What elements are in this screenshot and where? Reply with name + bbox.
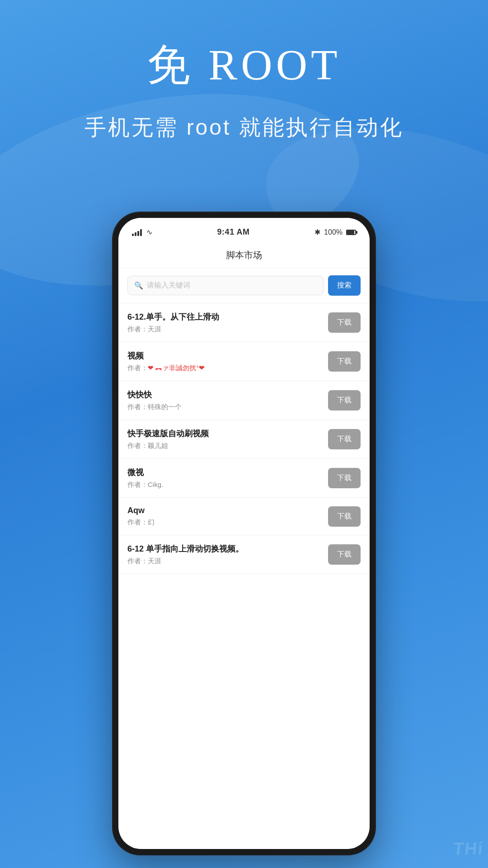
status-left: ∿: [132, 228, 152, 236]
search-placeholder-text: 请输入关键词: [147, 281, 190, 290]
wifi-icon: ∿: [146, 228, 152, 236]
phone-mockup: ∿ 9:41 AM ✱ 100% 脚本市场 🔍: [113, 212, 375, 854]
item-name: 快手极速版自动刷视频: [127, 428, 321, 439]
list-item: Aqw作者：幻下载: [118, 498, 370, 535]
item-info: 6-12.单手。从下往上滑动作者：天涯: [127, 311, 321, 334]
app-header: 脚本市场: [118, 243, 370, 268]
item-info: 视频作者：❤ ︻ァ非誠勿扰°❤: [127, 350, 321, 373]
status-right: ✱ 100%: [314, 228, 356, 236]
download-button[interactable]: 下载: [328, 468, 361, 488]
search-icon: 🔍: [134, 281, 143, 290]
item-info: 微视作者：Cikg.: [127, 467, 321, 489]
app-title: 脚本市场: [226, 249, 262, 261]
item-author: 作者：Cikg.: [127, 481, 321, 489]
item-name: 快快快: [127, 389, 321, 400]
bluetooth-icon: ✱: [314, 228, 320, 236]
item-author: 作者：❤ ︻ァ非誠勿扰°❤: [127, 364, 321, 373]
item-author: 作者：天涯: [127, 325, 321, 334]
download-button[interactable]: 下载: [328, 312, 361, 333]
item-name: 6-12 单手指向上滑动切换视频。: [127, 543, 321, 554]
list-item: 快快快作者：特殊的一个下载: [118, 381, 370, 420]
item-author: 作者：颖儿姐: [127, 442, 321, 450]
search-button[interactable]: 搜索: [328, 275, 361, 296]
item-name: Aqw: [127, 506, 321, 515]
download-button[interactable]: 下载: [328, 506, 361, 527]
list-item: 快手极速版自动刷视频作者：颖儿姐下载: [118, 420, 370, 459]
item-info: 快手极速版自动刷视频作者：颖儿姐: [127, 428, 321, 450]
search-input-wrap[interactable]: 🔍 请输入关键词: [127, 276, 324, 295]
item-author: 作者：特殊的一个: [127, 403, 321, 411]
download-button[interactable]: 下载: [328, 429, 361, 449]
watermark: THi: [416, 832, 488, 868]
list-item: 6-12 单手指向上滑动切换视频。作者：天涯下载: [118, 535, 370, 574]
download-button[interactable]: 下载: [328, 390, 361, 410]
item-author: 作者：天涯: [127, 557, 321, 566]
phone-screen: ∿ 9:41 AM ✱ 100% 脚本市场 🔍: [118, 218, 370, 849]
watermark-text: THi: [452, 839, 484, 859]
hero-subtitle: 手机无需 root 就能执行自动化: [0, 113, 488, 142]
item-name: 视频: [127, 350, 321, 361]
download-button[interactable]: 下载: [328, 544, 361, 565]
item-author: 作者：幻: [127, 518, 321, 527]
download-button[interactable]: 下载: [328, 351, 361, 372]
item-info: 6-12 单手指向上滑动切换视频。作者：天涯: [127, 543, 321, 566]
item-name: 6-12.单手。从下往上滑动: [127, 311, 321, 322]
signal-icon: [132, 229, 142, 236]
list-item: 视频作者：❤ ︻ァ非誠勿扰°❤下载: [118, 342, 370, 381]
item-name: 微视: [127, 467, 321, 478]
hero-section: 免 ROOT 手机无需 root 就能执行自动化: [0, 36, 488, 142]
status-bar: ∿ 9:41 AM ✱ 100%: [118, 218, 370, 243]
status-time: 9:41 AM: [217, 227, 250, 237]
search-area: 🔍 请输入关键词 搜索: [118, 268, 370, 303]
list-item: 6-12.单手。从下往上滑动作者：天涯下载: [118, 303, 370, 342]
hero-title: 免 ROOT: [0, 36, 488, 95]
list-item: 微视作者：Cikg.下载: [118, 459, 370, 498]
battery-percent: 100%: [324, 228, 343, 236]
item-info: Aqw作者：幻: [127, 506, 321, 527]
script-list: 6-12.单手。从下往上滑动作者：天涯下载视频作者：❤ ︻ァ非誠勿扰°❤下载快快…: [118, 303, 370, 574]
item-info: 快快快作者：特殊的一个: [127, 389, 321, 411]
phone-frame: ∿ 9:41 AM ✱ 100% 脚本市场 🔍: [113, 212, 375, 854]
battery-icon: [346, 230, 356, 235]
